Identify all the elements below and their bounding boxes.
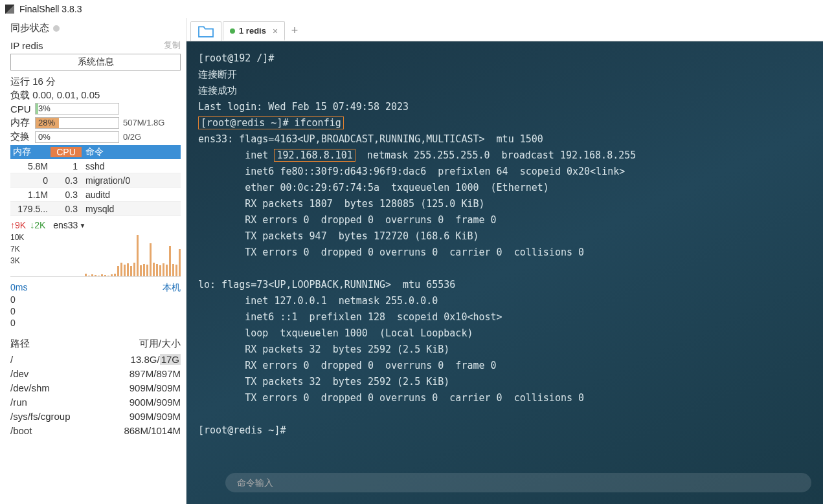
disk-row[interactable]: /dev897M/897M bbox=[10, 367, 181, 381]
sync-label: 同步状态 bbox=[10, 22, 49, 34]
app-title: FinalShell 3.8.3 bbox=[19, 4, 82, 14]
disk-row[interactable]: /boot868M/1014M bbox=[10, 424, 181, 438]
table-row[interactable]: 1.1M0.3auditd bbox=[10, 188, 181, 202]
table-row[interactable]: 179.5...0.3mysqld bbox=[10, 202, 181, 216]
net-iface-dropdown[interactable]: ens33▼ bbox=[53, 220, 85, 230]
app-logo-icon bbox=[5, 5, 14, 14]
disk-row[interactable]: /13.8G/17G bbox=[10, 353, 181, 367]
ip-label: IP redis bbox=[10, 40, 43, 51]
net-up: ↑9K bbox=[10, 220, 26, 230]
command-input[interactable]: 命令输入 bbox=[225, 473, 811, 492]
sync-status: 同步状态 bbox=[10, 22, 181, 34]
load-text: 负载 0.00, 0.01, 0.05 bbox=[10, 89, 181, 102]
swap-metric: 交换 0% 0/2G bbox=[10, 131, 181, 143]
folder-button[interactable] bbox=[190, 21, 221, 41]
tab-name: redis bbox=[246, 26, 266, 36]
latency-ms: 0ms bbox=[10, 282, 27, 294]
disk-row[interactable]: /dev/shm909M/909M bbox=[10, 381, 181, 395]
table-row[interactable]: 00.3migration/0 bbox=[10, 173, 181, 188]
sidebar: 同步状态 IP redis 复制 系统信息 运行 16 分 负载 0.00, 0… bbox=[0, 18, 186, 504]
tab-add-button[interactable]: + bbox=[285, 24, 304, 38]
tab-status-dot-icon bbox=[230, 28, 235, 34]
mem-detail: 507M/1.8G bbox=[123, 118, 164, 127]
col-cmd-header[interactable]: 命令 bbox=[82, 146, 181, 158]
folder-icon bbox=[197, 24, 215, 38]
swap-label: 交换 bbox=[10, 131, 35, 143]
swap-detail: 0/2G bbox=[123, 132, 141, 142]
disk-list: /13.8G/17G/dev897M/897M/dev/shm909M/909M… bbox=[10, 353, 181, 438]
highlight-ifconfig-cmd: [root@redis ~]# ifconfig bbox=[198, 116, 344, 129]
disk-row[interactable]: /run900M/909M bbox=[10, 395, 181, 410]
chart-ylabels: 10K 7K 3K bbox=[10, 232, 24, 267]
tab-bar: 1 redis × + bbox=[186, 18, 823, 41]
cpu-metric: CPU 3% bbox=[10, 103, 181, 115]
latency-numbers: 0 0 0 bbox=[10, 294, 181, 329]
chevron-down-icon: ▼ bbox=[79, 222, 85, 229]
titlebar: FinalShell 3.8.3 bbox=[0, 0, 823, 18]
runtime-text: 运行 16 分 bbox=[10, 76, 181, 88]
terminal[interactable]: [root@192 /]# 连接断开 连接成功 Last login: Wed … bbox=[186, 41, 823, 504]
mem-metric: 内存 28% 507M/1.8G bbox=[10, 116, 181, 129]
tab-index: 1 bbox=[239, 26, 243, 36]
net-down: ↓2K bbox=[30, 220, 45, 230]
col-mem-header[interactable]: 内存 bbox=[10, 146, 51, 158]
sync-dot-icon bbox=[53, 25, 60, 32]
latency-host-dropdown[interactable]: 本机 bbox=[163, 282, 181, 294]
cpu-label: CPU bbox=[10, 104, 35, 115]
network-chart: 10K 7K 3K bbox=[10, 232, 181, 277]
highlight-ip: 192.168.8.101 bbox=[274, 149, 355, 162]
process-table-header[interactable]: 内存 CPU 命令 bbox=[10, 145, 181, 159]
disk-size-header: 可用/大小 bbox=[139, 338, 181, 350]
network-stats: ↑9K ↓2K ens33▼ bbox=[10, 220, 181, 230]
process-table-body: 5.8M1sshd00.3migration/01.1M0.3auditd179… bbox=[10, 159, 181, 216]
table-row[interactable]: 5.8M1sshd bbox=[10, 159, 181, 173]
mem-label: 内存 bbox=[10, 116, 35, 129]
tab-close-button[interactable]: × bbox=[273, 26, 278, 36]
tab-redis[interactable]: 1 redis × bbox=[223, 21, 285, 41]
disk-path-header: 路径 bbox=[10, 338, 30, 350]
col-cpu-header[interactable]: CPU bbox=[51, 147, 82, 157]
disk-row[interactable]: /sys/fs/cgroup909M/909M bbox=[10, 410, 181, 424]
copy-button[interactable]: 复制 bbox=[164, 39, 181, 51]
system-info-button[interactable]: 系统信息 bbox=[10, 54, 181, 71]
